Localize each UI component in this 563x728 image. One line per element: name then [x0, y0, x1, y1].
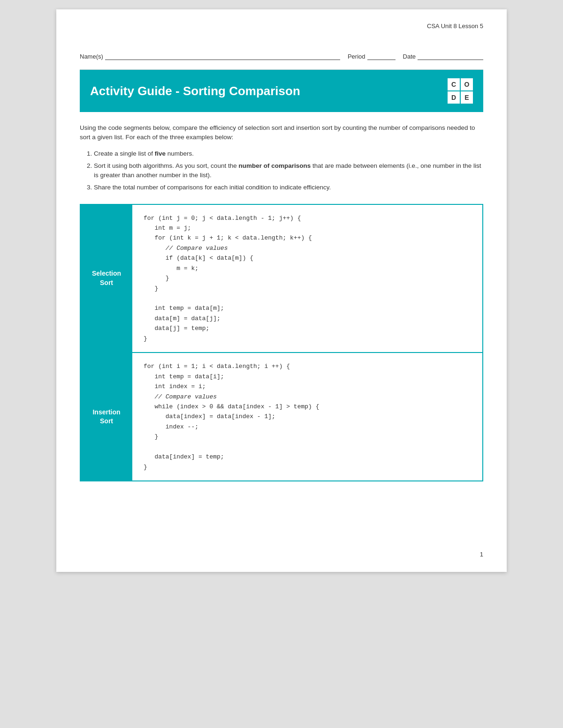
logo-d: D — [448, 91, 460, 104]
logo-e: E — [461, 91, 473, 104]
steps-list: Create a single list of five numbers. So… — [94, 149, 483, 193]
insertion-sort-label-cell: InsertionSort — [81, 353, 132, 480]
name-label: Name(s) — [80, 53, 103, 60]
course-label: CSA Unit 8 Lesson 5 — [427, 23, 483, 30]
header-banner: Activity Guide - Sorting Comparison C O … — [80, 70, 483, 112]
selection-sort-label-cell: SelectionSort — [81, 205, 132, 353]
page-number: 1 — [480, 551, 483, 558]
step-3: Share the total number of comparisons fo… — [94, 183, 483, 192]
code-table: SelectionSort for (int j = 0; j < data.l… — [80, 204, 483, 482]
page: CSA Unit 8 Lesson 5 Name(s) Period Date … — [56, 9, 507, 572]
form-row: Name(s) Period Date — [80, 52, 483, 60]
bold-five: five — [155, 150, 166, 157]
name-line — [105, 52, 340, 60]
insertion-sort-label: InsertionSort — [92, 408, 120, 426]
date-label: Date — [403, 53, 416, 60]
period-line — [367, 52, 396, 60]
logo-c: C — [448, 78, 460, 90]
selection-sort-label: SelectionSort — [92, 269, 121, 287]
step-1: Create a single list of five numbers. — [94, 149, 483, 158]
period-label: Period — [348, 53, 365, 60]
logo-o: O — [461, 78, 473, 90]
step-2: Sort it using both algorithms. As you so… — [94, 161, 483, 180]
insertion-sort-row: InsertionSort for (int i = 1; i < data.l… — [81, 353, 482, 480]
instructions-section: Using the code segments below, compare t… — [80, 123, 483, 193]
code-logo: C O D E — [448, 78, 473, 104]
selection-sort-row: SelectionSort for (int j = 0; j < data.l… — [81, 205, 482, 353]
selection-sort-code: for (int j = 0; j < data.length - 1; j++… — [132, 205, 482, 353]
bold-comparisons: number of comparisons — [238, 162, 311, 169]
intro-paragraph: Using the code segments below, compare t… — [80, 123, 483, 143]
page-title: Activity Guide - Sorting Comparison — [90, 84, 300, 98]
date-line — [418, 52, 483, 60]
insertion-sort-code: for (int i = 1; i < data.length; i ++) {… — [132, 353, 482, 480]
